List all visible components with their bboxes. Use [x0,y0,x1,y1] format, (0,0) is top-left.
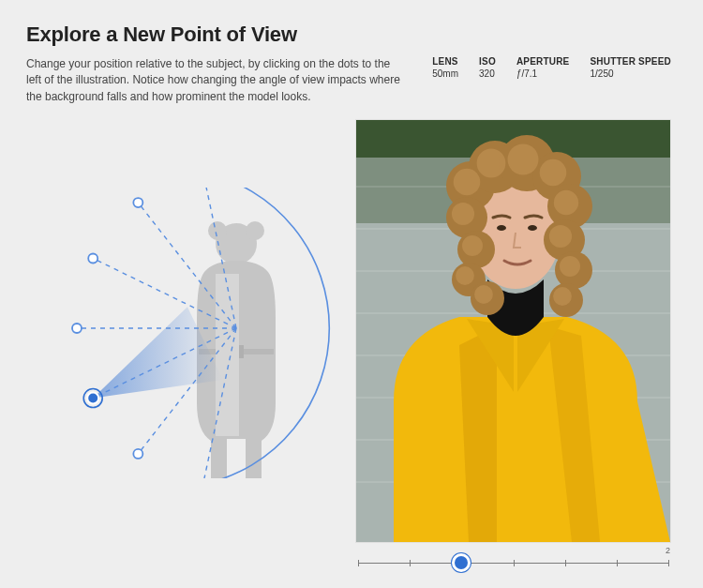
svg-point-36 [560,256,580,277]
spec-iso-value: 320 [479,68,496,79]
svg-point-32 [554,190,578,215]
subject-silhouette-icon [197,221,276,478]
svg-point-29 [477,149,506,178]
svg-point-37 [456,266,474,285]
slider-tick[interactable] [617,560,618,566]
slider-tick[interactable] [358,560,359,566]
angle-dot[interactable] [87,393,98,404]
svg-point-41 [528,225,537,231]
page-description: Change your position relative to the sub… [26,56,401,105]
spec-shutter-label: SHUTTER SPEED [590,56,671,67]
page-title: Explore a New Point of View [26,23,677,47]
angle-dot[interactable] [88,253,97,263]
svg-point-31 [540,159,567,187]
slider-step-label: 2 [666,546,670,555]
slider-tick[interactable] [668,560,669,566]
svg-point-34 [462,235,483,256]
position-slider[interactable]: 2 [356,553,670,576]
svg-point-33 [452,203,474,225]
svg-point-35 [549,225,572,248]
svg-point-1 [208,221,227,240]
result-photo [356,120,670,542]
spec-iso: ISO 320 [479,56,496,79]
slider-tick[interactable] [410,560,411,566]
svg-point-39 [553,287,572,306]
angle-dot[interactable] [72,324,82,333]
spec-lens-value: 50mm [432,68,458,79]
svg-point-30 [508,144,539,175]
svg-point-28 [454,169,481,196]
spec-shutter: SHUTTER SPEED 1/250 [590,56,671,79]
spec-iso-label: ISO [479,56,496,67]
spec-aperture-label: APERTURE [516,56,570,67]
slider-tick[interactable] [565,560,566,566]
svg-point-38 [474,285,493,304]
svg-point-40 [497,225,506,231]
slider-tick[interactable] [514,560,515,566]
spec-shutter-value: 1/250 [590,68,671,79]
slider-thumb[interactable] [455,556,468,569]
svg-point-2 [246,221,264,240]
spec-aperture-value: ƒ/7.1 [516,68,570,79]
angle-diagram[interactable] [56,188,337,478]
spec-aperture: APERTURE ƒ/7.1 [516,56,570,79]
spec-lens: LENS 50mm [432,56,458,79]
angle-dot[interactable] [133,449,142,459]
intro-row: Change your position relative to the sub… [26,56,677,105]
angle-dot[interactable] [133,198,142,207]
spec-lens-label: LENS [432,56,458,67]
camera-specs: LENS 50mm ISO 320 APERTURE ƒ/7.1 SHUTTER… [432,56,671,79]
